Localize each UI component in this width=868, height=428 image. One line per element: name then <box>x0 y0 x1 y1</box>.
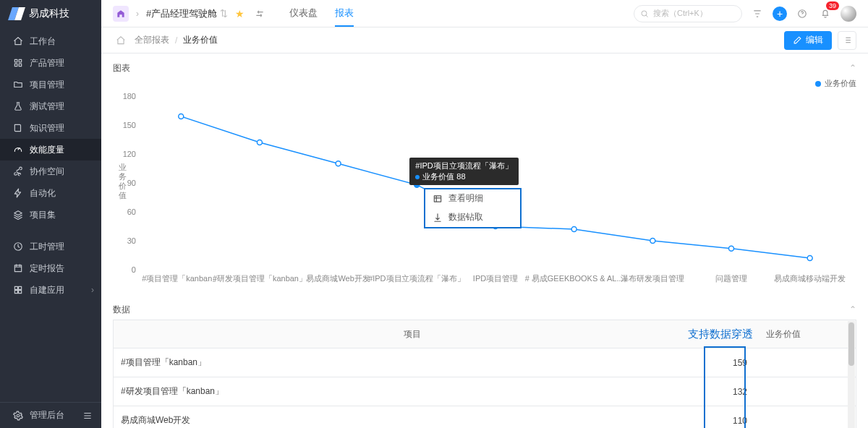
sidebar-item-label: 定时报告 <box>30 262 64 275</box>
chart[interactable]: 业务价值 0306090120150180业务价值#项目管理「kanban」#研… <box>113 78 856 295</box>
svg-text:#研发项目管理「kanban」: #研发项目管理「kanban」 <box>213 274 307 283</box>
sidebar-item-label: 知识管理 <box>30 122 64 134</box>
svg-text:业: 业 <box>119 163 127 171</box>
cell-value[interactable]: 110 <box>711 416 856 426</box>
star-icon[interactable]: ★ <box>235 8 244 20</box>
cell-project: #项目管理「kanban」 <box>114 356 711 369</box>
sidebar-item-label: 项目管理 <box>30 79 64 91</box>
help-icon[interactable] <box>794 6 810 22</box>
topbar: › #产品经理驾驶舱 ⇅ ★ 仪表盘报表 搜索（Ctrl+K） + 39 <box>101 0 868 27</box>
chart-section-title: 图表 <box>113 62 130 74</box>
tab-1[interactable]: 报表 <box>335 0 354 27</box>
sidebar-footer-label: 管理后台 <box>30 409 64 421</box>
avatar[interactable] <box>841 6 856 22</box>
sidebar-item-calendar[interactable]: 定时报告 <box>0 257 101 279</box>
chart-context-menu: 查看明细数据钻取 <box>424 188 522 228</box>
content: 图表 ⌃ 业务价值 0306090120150180业务价值#项目管理「kanb… <box>101 54 868 428</box>
cell-value[interactable]: 132 <box>711 387 856 397</box>
search-input[interactable]: 搜索（Ctrl+K） <box>634 5 742 22</box>
svg-point-0 <box>17 414 20 417</box>
tab-0[interactable]: 仪表盘 <box>289 0 318 27</box>
svg-point-16 <box>336 161 341 166</box>
svg-point-1 <box>642 11 647 16</box>
svg-point-21 <box>729 246 734 251</box>
add-button[interactable]: + <box>773 7 787 21</box>
book-icon <box>13 123 23 133</box>
edit-button-label: 编辑 <box>806 34 823 46</box>
sidebar-item-home[interactable]: 工作台 <box>0 30 101 52</box>
gauge-icon <box>13 145 23 155</box>
clock-icon <box>13 241 23 252</box>
svg-text:易成商城移动端开发: 易成商城移动端开发 <box>774 274 846 283</box>
folder-icon <box>13 80 23 90</box>
svg-text:价: 价 <box>118 181 127 190</box>
sidebar: 易成科技 工作台产品管理项目管理测试管理知识管理效能度量协作空间自动化项目集工时… <box>0 0 101 428</box>
breadcrumb-bar: 全部报表 / 业务价值 编辑 <box>101 27 868 54</box>
cell-project: #研发项目管理「kanban」 <box>114 385 711 398</box>
sidebar-item-layers[interactable]: 项目集 <box>0 204 101 226</box>
table-header: 项目 业务价值 <box>114 320 856 348</box>
sidebar-footer[interactable]: 管理后台 <box>0 402 101 428</box>
svg-point-22 <box>807 256 812 261</box>
home-icon <box>13 36 23 46</box>
svg-point-20 <box>650 239 655 244</box>
home-icon[interactable] <box>113 33 129 48</box>
data-collapse-icon[interactable]: ⌃ <box>849 304 856 314</box>
filter-icon[interactable] <box>749 6 765 22</box>
svg-text:瀑布研发项目管理: 瀑布研发项目管理 <box>621 274 684 283</box>
cell-value[interactable]: 159 <box>711 358 856 368</box>
caret-updown-icon: ⇅ <box>220 8 228 19</box>
chevron-right-icon: › <box>91 285 94 295</box>
swap-icon[interactable] <box>252 6 268 22</box>
svg-text:务: 务 <box>119 172 127 181</box>
svg-text:#项目管理「kanban」: #项目管理「kanban」 <box>142 274 220 283</box>
tooltip-title: #IPD项目立项流程「瀑布」 <box>415 160 512 171</box>
table-row[interactable]: 易成商城Web开发110 <box>114 406 856 428</box>
context-menu-item-1[interactable]: 数据钻取 <box>425 208 520 227</box>
data-table: 项目 业务价值 #项目管理「kanban」159#研发项目管理「kanban」1… <box>113 320 856 428</box>
table-row[interactable]: #研发项目管理「kanban」132 <box>114 377 856 406</box>
chevron-right-icon: › <box>136 9 139 19</box>
th-project: 项目 <box>114 328 711 341</box>
breadcrumb-root[interactable]: 全部报表 <box>135 34 169 46</box>
sidebar-item-label: 测试管理 <box>30 100 64 113</box>
calendar-icon <box>13 263 23 273</box>
sidebar-item-label: 项目集 <box>30 209 56 221</box>
sidebar-item-app[interactable]: 自建应用› <box>0 279 101 301</box>
sidebar-item-label: 效能度量 <box>30 144 64 156</box>
sidebar-item-bolt[interactable]: 自动化 <box>0 182 101 204</box>
pencil-icon <box>793 35 802 45</box>
svg-point-14 <box>179 114 184 119</box>
brand-name: 易成科技 <box>29 7 69 20</box>
sidebar-item-clock[interactable]: 工时管理 <box>0 236 101 257</box>
sidebar-item-share[interactable]: 协作空间 <box>0 160 101 182</box>
sidebar-item-gauge[interactable]: 效能度量 <box>0 139 101 160</box>
svg-text:0: 0 <box>132 265 136 274</box>
sidebar-item-book[interactable]: 知识管理 <box>0 117 101 139</box>
share-icon <box>13 166 23 176</box>
context-menu-item-0[interactable]: 查看明细 <box>425 189 520 208</box>
search-icon <box>640 9 649 18</box>
sidebar-item-folder[interactable]: 项目管理 <box>0 74 101 95</box>
notifications-icon[interactable]: 39 <box>817 6 833 22</box>
sidebar-item-flask[interactable]: 测试管理 <box>0 95 101 117</box>
list-view-button[interactable] <box>838 31 856 50</box>
table-scrollbar[interactable] <box>848 321 855 428</box>
layers-icon <box>13 210 23 220</box>
sidebar-item-label: 协作空间 <box>30 166 64 178</box>
table-row[interactable]: #项目管理「kanban」159 <box>114 348 856 377</box>
brand[interactable]: 易成科技 <box>0 0 101 27</box>
collapse-sidebar-icon[interactable] <box>82 411 93 421</box>
data-section-title: 数据 <box>113 304 130 316</box>
detail-icon <box>433 194 443 204</box>
brand-logo-icon <box>10 7 23 20</box>
edit-button[interactable]: 编辑 <box>784 31 832 50</box>
scrollbar-thumb[interactable] <box>848 322 854 366</box>
legend-dot-icon <box>815 81 821 87</box>
workspace-icon[interactable] <box>113 6 129 22</box>
breadcrumb[interactable]: #产品经理驾驶舱 ⇅ <box>146 7 228 20</box>
sidebar-item-grid[interactable]: 产品管理 <box>0 52 101 74</box>
search-placeholder: 搜索（Ctrl+K） <box>653 8 707 19</box>
chart-collapse-icon[interactable]: ⌃ <box>849 63 856 73</box>
gear-icon <box>13 411 23 421</box>
